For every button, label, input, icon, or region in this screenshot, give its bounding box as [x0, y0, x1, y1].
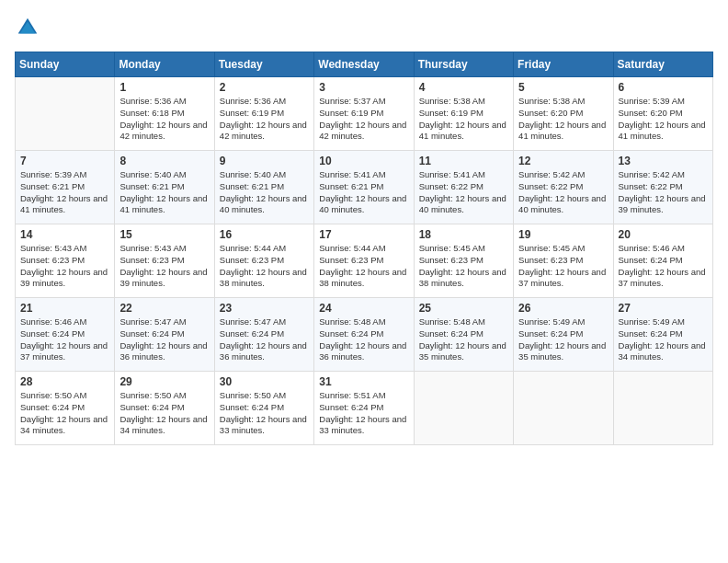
- weekday-header: Tuesday: [214, 52, 313, 77]
- day-info: Sunrise: 5:45 AMSunset: 6:23 PMDaylight:…: [419, 243, 506, 288]
- logo-icon: [15, 15, 40, 40]
- calendar-cell: 4Sunrise: 5:38 AMSunset: 6:19 PMDaylight…: [414, 77, 513, 151]
- day-number: 27: [619, 302, 708, 315]
- day-info: Sunrise: 5:51 AMSunset: 6:24 PMDaylight:…: [319, 390, 406, 435]
- day-number: 5: [518, 81, 608, 94]
- day-info: Sunrise: 5:36 AMSunset: 6:19 PMDaylight:…: [220, 96, 307, 141]
- weekday-header: Thursday: [414, 52, 513, 77]
- day-number: 14: [20, 228, 109, 241]
- day-info: Sunrise: 5:40 AMSunset: 6:21 PMDaylight:…: [220, 169, 307, 214]
- calendar-cell: 17Sunrise: 5:44 AMSunset: 6:23 PMDayligh…: [314, 224, 414, 298]
- day-info: Sunrise: 5:40 AMSunset: 6:21 PMDaylight:…: [119, 169, 207, 214]
- day-info: Sunrise: 5:44 AMSunset: 6:23 PMDaylight:…: [220, 243, 307, 288]
- weekday-header: Sunday: [16, 52, 115, 77]
- day-number: 31: [319, 375, 408, 388]
- calendar-cell: 8Sunrise: 5:40 AMSunset: 6:21 PMDaylight…: [115, 151, 214, 224]
- day-info: Sunrise: 5:39 AMSunset: 6:20 PMDaylight:…: [619, 96, 706, 141]
- calendar-cell: 18Sunrise: 5:45 AMSunset: 6:23 PMDayligh…: [414, 224, 513, 298]
- calendar-cell: 26Sunrise: 5:49 AMSunset: 6:24 PMDayligh…: [514, 298, 613, 372]
- calendar-cell: 25Sunrise: 5:48 AMSunset: 6:24 PMDayligh…: [414, 298, 513, 372]
- day-number: 23: [220, 302, 309, 315]
- calendar-cell: [414, 372, 513, 445]
- day-info: Sunrise: 5:50 AMSunset: 6:24 PMDaylight:…: [119, 390, 207, 435]
- day-info: Sunrise: 5:42 AMSunset: 6:22 PMDaylight:…: [518, 169, 606, 214]
- calendar-cell: 30Sunrise: 5:50 AMSunset: 6:24 PMDayligh…: [214, 372, 313, 445]
- day-number: 28: [20, 375, 109, 388]
- day-info: Sunrise: 5:41 AMSunset: 6:21 PMDaylight:…: [319, 169, 406, 214]
- calendar-cell: 12Sunrise: 5:42 AMSunset: 6:22 PMDayligh…: [514, 151, 613, 224]
- day-info: Sunrise: 5:45 AMSunset: 6:23 PMDaylight:…: [518, 243, 606, 288]
- day-number: 4: [419, 81, 508, 94]
- calendar-cell: 14Sunrise: 5:43 AMSunset: 6:23 PMDayligh…: [16, 224, 115, 298]
- day-info: Sunrise: 5:46 AMSunset: 6:24 PMDaylight:…: [20, 316, 108, 362]
- day-number: 15: [119, 228, 209, 241]
- day-number: 25: [419, 302, 508, 315]
- calendar-week-row: 1Sunrise: 5:36 AMSunset: 6:18 PMDaylight…: [16, 77, 713, 151]
- calendar-cell: 28Sunrise: 5:50 AMSunset: 6:24 PMDayligh…: [16, 372, 115, 445]
- day-info: Sunrise: 5:44 AMSunset: 6:23 PMDaylight:…: [319, 243, 406, 288]
- day-number: 18: [419, 228, 508, 241]
- day-number: 16: [220, 228, 309, 241]
- calendar-week-row: 14Sunrise: 5:43 AMSunset: 6:23 PMDayligh…: [16, 224, 713, 298]
- day-number: 26: [518, 302, 608, 315]
- day-number: 11: [419, 155, 508, 167]
- calendar-cell: 5Sunrise: 5:38 AMSunset: 6:20 PMDaylight…: [514, 77, 613, 151]
- day-info: Sunrise: 5:47 AMSunset: 6:24 PMDaylight:…: [220, 316, 307, 362]
- day-number: 20: [619, 228, 708, 241]
- weekday-header: Friday: [514, 52, 613, 77]
- calendar-cell: 15Sunrise: 5:43 AMSunset: 6:23 PMDayligh…: [115, 224, 214, 298]
- calendar-cell: 22Sunrise: 5:47 AMSunset: 6:24 PMDayligh…: [115, 298, 214, 372]
- calendar-cell: 7Sunrise: 5:39 AMSunset: 6:21 PMDaylight…: [16, 151, 115, 224]
- calendar-week-row: 21Sunrise: 5:46 AMSunset: 6:24 PMDayligh…: [16, 298, 713, 372]
- calendar-week-row: 7Sunrise: 5:39 AMSunset: 6:21 PMDaylight…: [16, 151, 713, 224]
- calendar-table: SundayMondayTuesdayWednesdayThursdayFrid…: [15, 52, 713, 445]
- page-header: [15, 15, 713, 40]
- weekday-header: Monday: [115, 52, 214, 77]
- day-number: 22: [119, 302, 209, 315]
- day-number: 30: [220, 375, 309, 388]
- day-info: Sunrise: 5:46 AMSunset: 6:24 PMDaylight:…: [619, 243, 706, 288]
- calendar-cell: 27Sunrise: 5:49 AMSunset: 6:24 PMDayligh…: [613, 298, 712, 372]
- day-info: Sunrise: 5:39 AMSunset: 6:21 PMDaylight:…: [20, 169, 108, 214]
- day-number: 3: [319, 81, 408, 94]
- day-number: 12: [518, 155, 608, 167]
- calendar-cell: 9Sunrise: 5:40 AMSunset: 6:21 PMDaylight…: [214, 151, 313, 224]
- calendar-cell: 10Sunrise: 5:41 AMSunset: 6:21 PMDayligh…: [314, 151, 414, 224]
- day-number: 6: [619, 81, 708, 94]
- day-info: Sunrise: 5:50 AMSunset: 6:24 PMDaylight:…: [20, 390, 108, 435]
- day-number: 8: [119, 155, 209, 167]
- day-info: Sunrise: 5:49 AMSunset: 6:24 PMDaylight:…: [619, 316, 706, 362]
- calendar-cell: 3Sunrise: 5:37 AMSunset: 6:19 PMDaylight…: [314, 77, 414, 151]
- calendar-cell: [514, 372, 613, 445]
- logo: [15, 15, 44, 40]
- calendar-header-row: SundayMondayTuesdayWednesdayThursdayFrid…: [16, 52, 713, 77]
- day-info: Sunrise: 5:49 AMSunset: 6:24 PMDaylight:…: [518, 316, 606, 362]
- day-number: 10: [319, 155, 408, 167]
- calendar-cell: 13Sunrise: 5:42 AMSunset: 6:22 PMDayligh…: [613, 151, 712, 224]
- calendar-cell: 2Sunrise: 5:36 AMSunset: 6:19 PMDaylight…: [214, 77, 313, 151]
- day-info: Sunrise: 5:38 AMSunset: 6:20 PMDaylight:…: [518, 96, 606, 141]
- calendar-cell: [613, 372, 712, 445]
- day-number: 13: [619, 155, 708, 167]
- calendar-cell: 19Sunrise: 5:45 AMSunset: 6:23 PMDayligh…: [514, 224, 613, 298]
- day-number: 2: [220, 81, 309, 94]
- calendar-cell: [16, 77, 115, 151]
- day-number: 21: [20, 302, 109, 315]
- day-info: Sunrise: 5:43 AMSunset: 6:23 PMDaylight:…: [20, 243, 108, 288]
- calendar-cell: 16Sunrise: 5:44 AMSunset: 6:23 PMDayligh…: [214, 224, 313, 298]
- day-info: Sunrise: 5:43 AMSunset: 6:23 PMDaylight:…: [119, 243, 207, 288]
- calendar-cell: 6Sunrise: 5:39 AMSunset: 6:20 PMDaylight…: [613, 77, 712, 151]
- calendar-cell: 21Sunrise: 5:46 AMSunset: 6:24 PMDayligh…: [16, 298, 115, 372]
- calendar-week-row: 28Sunrise: 5:50 AMSunset: 6:24 PMDayligh…: [16, 372, 713, 445]
- day-info: Sunrise: 5:47 AMSunset: 6:24 PMDaylight:…: [119, 316, 207, 362]
- day-number: 7: [20, 155, 109, 167]
- day-info: Sunrise: 5:41 AMSunset: 6:22 PMDaylight:…: [419, 169, 506, 214]
- calendar-cell: 20Sunrise: 5:46 AMSunset: 6:24 PMDayligh…: [613, 224, 712, 298]
- day-number: 19: [518, 228, 608, 241]
- calendar-cell: 31Sunrise: 5:51 AMSunset: 6:24 PMDayligh…: [314, 372, 414, 445]
- day-number: 29: [119, 375, 209, 388]
- day-info: Sunrise: 5:50 AMSunset: 6:24 PMDaylight:…: [220, 390, 307, 435]
- day-info: Sunrise: 5:48 AMSunset: 6:24 PMDaylight:…: [419, 316, 506, 362]
- calendar-cell: 29Sunrise: 5:50 AMSunset: 6:24 PMDayligh…: [115, 372, 214, 445]
- weekday-header: Wednesday: [314, 52, 414, 77]
